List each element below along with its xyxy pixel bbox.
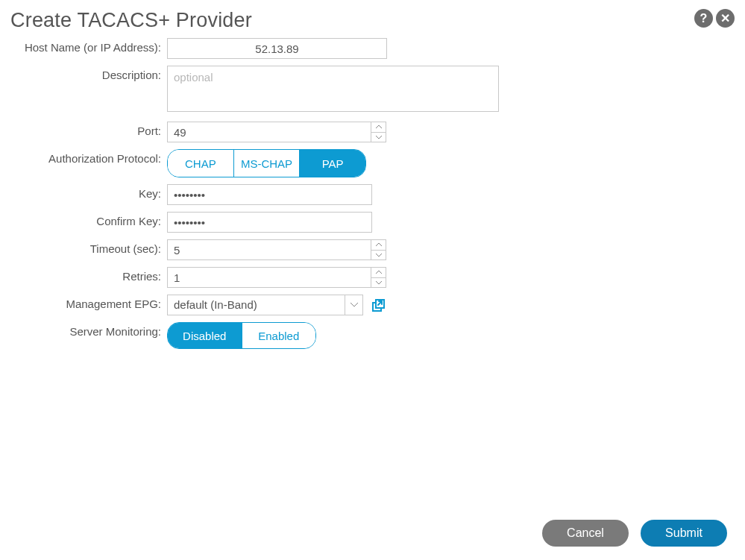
retries-label: Retries: [10,267,167,283]
popout-icon[interactable] [371,298,386,316]
auth-protocol-chap[interactable]: CHAP [168,150,234,177]
cancel-button[interactable]: Cancel [542,520,629,547]
chevron-up-icon[interactable] [371,122,386,133]
server-monitoring-toggle: Disabled Enabled [167,322,316,349]
port-stepper[interactable] [167,122,386,142]
retries-input[interactable] [168,268,371,287]
hostname-label: Host Name (or IP Address): [10,38,167,54]
page-title: Create TACACS+ Provider [10,9,252,32]
chevron-up-icon[interactable] [371,240,386,251]
chevron-down-icon[interactable] [371,133,386,142]
timeout-label: Timeout (sec): [10,239,167,255]
key-input[interactable] [167,184,372,205]
auth-protocol-toggle: CHAP MS-CHAP PAP [167,149,366,177]
submit-button[interactable]: Submit [641,520,727,547]
mgmt-epg-value: default (In-Band) [168,295,345,315]
timeout-input[interactable] [168,240,371,259]
description-label: Description: [10,66,167,81]
chevron-down-icon[interactable] [371,278,386,288]
key-label: Key: [10,184,167,200]
retries-stepper[interactable] [167,267,386,288]
close-icon[interactable]: ✕ [716,9,735,28]
mgmt-epg-label: Management EPG: [10,295,167,310]
chevron-up-icon[interactable] [371,268,386,278]
server-monitoring-disabled[interactable]: Disabled [168,323,242,348]
port-input[interactable] [168,122,371,142]
confirm-key-label: Confirm Key: [10,212,167,227]
timeout-stepper[interactable] [167,239,386,260]
auth-protocol-mschap[interactable]: MS-CHAP [234,150,301,177]
port-label: Port: [10,122,167,137]
help-icon[interactable]: ? [694,9,713,28]
description-input[interactable] [167,66,499,112]
auth-protocol-pap[interactable]: PAP [300,150,365,177]
auth-protocol-label: Authorization Protocol: [10,149,167,165]
server-monitoring-label: Server Monitoring: [10,322,167,338]
mgmt-epg-select[interactable]: default (In-Band) [167,295,363,315]
chevron-down-icon[interactable] [345,295,362,315]
confirm-key-input[interactable] [167,212,372,233]
hostname-input[interactable] [167,38,387,59]
create-tacacs-form: Host Name (or IP Address): Description: … [0,38,745,349]
server-monitoring-enabled[interactable]: Enabled [242,323,316,348]
chevron-down-icon[interactable] [371,251,386,260]
